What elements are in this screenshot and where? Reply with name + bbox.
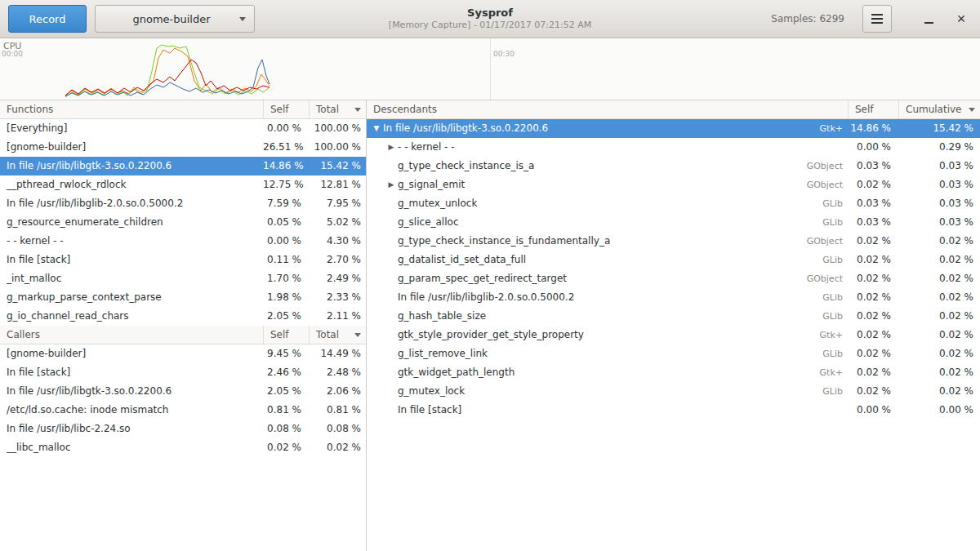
window-title: Sysprof <box>389 7 591 20</box>
table-row[interactable]: g_list_remove_linkGLib0.02 %0.02 % <box>367 344 980 363</box>
total-value: 4.30 % <box>309 232 366 251</box>
function-name: g_type_check_instance_is_fundamentally_a <box>398 232 610 251</box>
table-row[interactable]: g_type_check_instance_is_fundamentally_a… <box>367 232 980 251</box>
column-header-callers[interactable]: Callers <box>0 326 263 344</box>
self-value: 1.70 % <box>263 269 309 288</box>
cumulative-value: 15.42 % <box>898 119 980 138</box>
self-value: 0.00 % <box>848 401 898 420</box>
sort-indicator-icon <box>354 108 361 112</box>
function-name: - - kernel - - <box>398 138 455 157</box>
table-row[interactable]: gtk_widget_path_lengthGtk+0.02 %0.02 % <box>367 363 980 382</box>
descendant-name-cell: gtk_widget_path_lengthGtk+ <box>367 363 848 382</box>
function-name: [gnome-builder] <box>0 138 263 157</box>
table-row[interactable]: g_slice_allocGLib0.03 %0.03 % <box>367 213 980 232</box>
function-name: - - kernel - - <box>0 232 263 251</box>
table-row[interactable]: g_param_spec_get_redirect_targetGObject0… <box>367 269 980 288</box>
cumulative-value: 0.02 % <box>898 382 980 401</box>
table-row[interactable]: /etc/ld.so.cache: inode mismatch0.81 %0.… <box>0 401 366 420</box>
column-header-cumulative[interactable]: Cumulative <box>898 100 980 118</box>
table-row[interactable]: g_mutex_unlockGLib0.03 %0.03 % <box>367 194 980 213</box>
table-row[interactable]: [gnome-builder]26.51 %100.00 % <box>0 138 366 157</box>
descendant-name-cell: g_mutex_unlockGLib <box>367 194 848 213</box>
column-header-total[interactable]: Total <box>309 100 366 118</box>
chevron-collapsed-icon[interactable]: ▶ <box>385 138 398 157</box>
menu-button[interactable] <box>862 5 892 33</box>
descendant-name-cell: ▼In file /usr/lib/libgtk-3.so.0.2200.6Gt… <box>367 119 848 138</box>
self-value: 0.02 % <box>848 307 898 326</box>
chevron-expanded-icon[interactable]: ▼ <box>370 119 383 138</box>
cpu-timeline[interactable]: CPU 00:00 00:30 <box>0 38 980 100</box>
table-row[interactable]: In file /usr/lib/libglib-2.0.so.0.5000.2… <box>367 288 980 307</box>
table-row[interactable]: ▶g_signal_emitGObject0.02 %0.03 % <box>367 176 980 194</box>
table-row[interactable]: [gnome-builder]9.45 %14.49 % <box>0 344 366 363</box>
table-row[interactable]: gtk_style_provider_get_style_propertyGtk… <box>367 326 980 344</box>
total-value: 0.02 % <box>309 438 366 457</box>
column-header-descendants[interactable]: Descendants <box>367 100 848 118</box>
table-row[interactable]: __libc_malloc0.02 %0.02 % <box>0 438 366 457</box>
table-row[interactable]: - - kernel - -0.00 %4.30 % <box>0 232 366 251</box>
right-pane: Descendants Self Cumulative ▼In file /us… <box>367 100 980 551</box>
function-name: g_slice_alloc <box>398 213 458 232</box>
table-row[interactable]: g_io_channel_read_chars2.05 %2.11 % <box>0 307 366 326</box>
library-badge: GObject <box>799 176 848 194</box>
self-value: 0.00 % <box>848 138 898 157</box>
process-selector-dropdown[interactable]: gnome-builder <box>95 5 255 33</box>
total-value: 5.02 % <box>309 213 366 232</box>
library-badge: GLib <box>814 344 848 363</box>
table-row[interactable]: In file /usr/lib/libc-2.24.so0.08 %0.08 … <box>0 420 366 438</box>
table-row[interactable]: [Everything]0.00 %100.00 % <box>0 119 366 138</box>
table-row[interactable]: In file [stack]0.00 %0.00 % <box>367 401 980 420</box>
column-header-self[interactable]: Self <box>263 326 309 344</box>
column-header-self[interactable]: Self <box>848 100 898 118</box>
table-row[interactable]: __pthread_rwlock_rdlock12.75 %12.81 % <box>0 176 366 194</box>
column-header-functions[interactable]: Functions <box>0 100 263 118</box>
total-value: 0.81 % <box>309 401 366 420</box>
descendant-name-cell: g_slice_allocGLib <box>367 213 848 232</box>
table-row[interactable]: In file /usr/lib/libgtk-3.so.0.2200.62.0… <box>0 382 366 401</box>
total-value: 2.49 % <box>309 269 366 288</box>
table-row[interactable]: In file /usr/lib/libgtk-3.so.0.2200.614.… <box>0 157 366 176</box>
table-row[interactable]: In file /usr/lib/libglib-2.0.so.0.5000.2… <box>0 194 366 213</box>
header-bar: Record gnome-builder Sysprof [Memory Cap… <box>0 0 980 38</box>
minimize-button[interactable] <box>918 8 939 29</box>
descendant-name-cell: ▶- - kernel - - <box>367 138 848 157</box>
table-row[interactable]: g_mutex_lockGLib0.02 %0.02 % <box>367 382 980 401</box>
cumulative-value: 0.02 % <box>898 251 980 269</box>
self-value: 0.02 % <box>848 326 898 344</box>
chevron-collapsed-icon[interactable]: ▶ <box>385 176 398 194</box>
table-row[interactable]: ▼In file /usr/lib/libgtk-3.so.0.2200.6Gt… <box>367 119 980 138</box>
function-name: In file /usr/lib/libgtk-3.so.0.2200.6 <box>383 119 548 138</box>
column-header-total[interactable]: Total <box>309 326 366 344</box>
function-name: In file /usr/lib/libgtk-3.so.0.2200.6 <box>0 157 263 176</box>
function-name: g_type_check_instance_is_a <box>398 157 534 176</box>
table-row[interactable]: g_resource_enumerate_children0.05 %5.02 … <box>0 213 366 232</box>
cumulative-value: 0.02 % <box>898 326 980 344</box>
self-value: 1.98 % <box>263 288 309 307</box>
function-name: In file /usr/lib/libc-2.24.so <box>0 420 263 438</box>
timeline-start-label: 00:00 <box>2 50 23 58</box>
window-title-area: Sysprof [Memory Capture] - 01/17/2017 07… <box>389 7 591 31</box>
function-name: [Everything] <box>0 119 263 138</box>
table-row[interactable]: In file [stack]2.46 %2.48 % <box>0 363 366 382</box>
function-name: g_signal_emit <box>398 176 465 194</box>
record-button[interactable]: Record <box>8 5 87 33</box>
table-row[interactable]: In file [stack]0.11 %2.70 % <box>0 251 366 269</box>
self-value: 0.00 % <box>263 119 309 138</box>
function-name: [gnome-builder] <box>0 344 263 363</box>
table-row[interactable]: g_markup_parse_context_parse1.98 %2.33 % <box>0 288 366 307</box>
table-row[interactable]: g_hash_table_sizeGLib0.02 %0.02 % <box>367 307 980 326</box>
total-value: 7.95 % <box>309 194 366 213</box>
close-button[interactable]: × <box>951 8 972 29</box>
cumulative-value: 0.02 % <box>898 288 980 307</box>
column-header-self[interactable]: Self <box>263 100 309 118</box>
function-name: /etc/ld.so.cache: inode mismatch <box>0 401 263 420</box>
timeline-mid-label: 00:30 <box>493 50 514 58</box>
library-badge: GLib <box>814 251 848 269</box>
total-value: 14.49 % <box>309 344 366 363</box>
cumulative-value: 0.02 % <box>898 232 980 251</box>
table-row[interactable]: _int_malloc1.70 %2.49 % <box>0 269 366 288</box>
table-row[interactable]: g_type_check_instance_is_aGObject0.03 %0… <box>367 157 980 176</box>
table-row[interactable]: ▶- - kernel - -0.00 %0.29 % <box>367 138 980 157</box>
table-row[interactable]: g_datalist_id_set_data_fullGLib0.02 %0.0… <box>367 251 980 269</box>
function-name: In file /usr/lib/libgtk-3.so.0.2200.6 <box>0 382 263 401</box>
